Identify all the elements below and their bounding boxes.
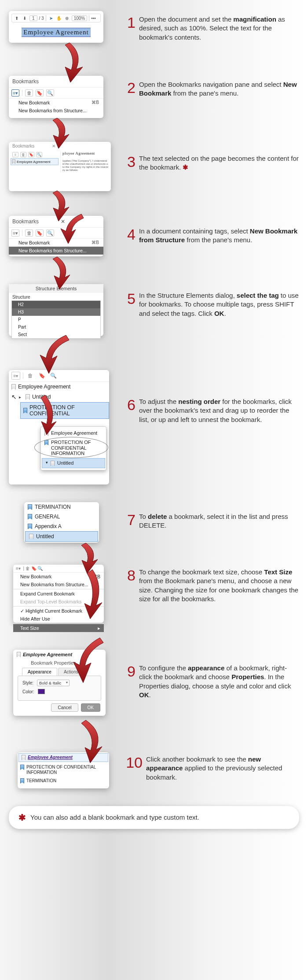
screenshot-step-3: Bookmarks ✕ ≡ 🗑 🔖 🔍 Employee Agreement p… [9,142,111,191]
bookmark-icon [23,408,27,414]
menu-new-from-structure-selected: New Bookmarks from Structure... [9,247,103,255]
search-bookmark-icon: 🔍 [46,89,54,96]
search-icon: 🔍 [49,372,58,380]
bookmark-icon [11,384,16,390]
bookmark-protection-selected: PROTECTION OF CONFIDENTIAL [20,402,109,419]
menu-new-from-structure: New Bookmarks from Structure... [9,107,103,115]
selected-text: Employee Agreement [22,28,90,37]
bookmark-icon [22,755,26,760]
bookmark-styled: Employee Agreement [18,753,108,762]
screenshot-step-5: Structure Elements Structure H2 H3 P Par… [9,284,103,336]
tag-h2: H2 [12,301,100,308]
bookmark-selected: Untitled [25,531,98,542]
color-swatch [38,689,45,694]
menu-text-size-selected: Text Size▸ [13,624,104,632]
page-number: 1 [29,15,37,21]
bookmark-icon [51,461,55,466]
step-2: 2 Open the Bookmarks navigation pane and… [123,80,299,98]
bookmarks-toolbar: ≡▾ 🗑 🔖 🔍 [9,88,103,99]
document-preview: ployee Agreement upplies ("the Company")… [61,150,111,173]
bookmark-icon [28,514,32,520]
step-9: 9 To configure the appearance of a bookm… [123,664,299,699]
pdf-toolbar: ⬆ ⬇ 1 / 3 ➤ ✋ ⊕ 100% ••• [11,14,101,22]
search-bookmark-icon: 🔍 [46,229,54,237]
trash-icon: 🗑 [25,89,33,96]
screenshot-step-2: Bookmarks ≡▾ 🗑 🔖 🔍 New Bookmark⌘B New Bo… [9,76,103,118]
page-up-icon: ⬆ [14,15,20,21]
screenshot-step-7: TERMINATION GENERAL Appendix A Untitled [24,502,99,543]
bookmarks-toolbar: ≡▾ | 🗑 🔖 🔍 [13,565,104,573]
new-bookmark-icon: 🔖 [37,372,46,380]
trash-icon: 🗑 [20,152,26,157]
bookmark-employee-agreement: Employee Agreement [9,382,109,392]
bookmarks-toolbar: ≡▾ 🗑 🔖 🔍 [9,370,109,382]
menu-new-bookmark: New Bookmark⌘B [9,239,103,247]
more-icon: ••• [91,16,96,21]
style-label: Style: [22,680,33,685]
tab-appearance: Appearance [22,668,57,676]
screenshot-step-4: Bookmarks ✕ ≡▾ 🗑 🔖 🔍 New Bookmark⌘B New … [9,216,103,256]
menu-highlight-current: Highlight Current Bookmark [13,607,104,615]
tag-h3: H3 [12,308,100,316]
step-10: 10 Click another bookmark to see the new… [123,755,299,782]
page-total: / 3 [39,16,44,21]
arrow-5-to-6 [33,334,77,376]
menu-icon: ≡▾ [11,372,20,380]
cancel-button: Cancel [51,703,78,712]
new-bookmark-icon: 🔖 [36,229,44,237]
dialog-title: Structure Elements [9,284,103,293]
step-3: 3 The text selected on the page becomes … [123,154,299,172]
tag-sect: Sect [12,331,100,338]
menu-new-bookmark: New Bookmark⌘B [13,573,104,581]
screenshot-step-10: Employee Agreement PROTECTION OF CONFIDE… [18,752,109,788]
zoom-icon: ⊕ [64,15,70,21]
tag-part: Part [12,323,100,331]
bookmark-icon [28,524,32,529]
menu-expand-top: Expand Top-Level Bookmarks [13,598,104,606]
bookmarks-toolbar: ≡▾ 🗑 🔖 🔍 [9,228,103,239]
structure-label: Structure [9,293,103,300]
bookmarks-toolbar: ≡ 🗑 🔖 🔍 [11,151,59,158]
menu-new-bookmark: New Bookmark⌘B [9,99,103,107]
screenshot-step-9: Employee Agreement Bookmark Properties A… [13,650,106,716]
tag-p: P [12,316,100,323]
bookmark-item: Employee Agreement [11,158,59,165]
reorder-popup: Employee Agreement PROTECTION OF CONFIDE… [40,426,106,470]
bookmark-icon [26,394,30,400]
menu-icon: ≡▾ [11,89,19,96]
close-icon: ✕ [52,144,55,148]
tab-actions: Actions [58,668,84,676]
step-8: 8 To change the bookmark text size, choo… [123,568,299,603]
screenshot-step-6: ≡▾ 🗑 🔖 🔍 Employee Agreement ↖ ▸ Untitled… [9,370,109,484]
bookmarks-title: Bookmarks [12,218,39,225]
style-select: Bold & Italic [37,680,70,686]
step-1: 1 Open the document and set the magnific… [123,15,299,42]
bookmark-icon [20,778,24,784]
close-icon: ✕ [61,218,65,225]
trash-icon: 🗑 [26,372,35,380]
bookmark-icon [44,440,48,445]
dialog-title: Bookmark Properties [13,659,106,668]
bookmarks-title: Bookmarks [12,144,34,148]
ok-button: OK [81,703,100,712]
color-label: Color: [22,689,34,694]
bookmark-icon [20,765,24,770]
footnote: ✱You can also add a blank bookmark and t… [9,806,299,829]
new-bookmark-icon: 🔖 [36,89,44,96]
bookmark-icon [44,431,48,436]
new-bookmark-icon: 🔖 [28,152,34,157]
menu-expand-current: Expand Current Bookmark [13,590,104,598]
bookmark-icon [28,504,32,510]
page-down-icon: ⬇ [22,15,28,21]
step-6: 6 To adjust the nesting order for the bo… [123,397,299,424]
bookmark-untitled: ↖ ▸ Untitled [9,392,109,402]
bookmarks-title: Bookmarks [9,76,103,88]
zoom-level: 100% [72,15,88,21]
selected-bookmark: Employee Agreement [23,652,72,657]
step-5: 5 In the Structure Elements dialog, sele… [123,291,299,318]
menu-new-from-structure: New Bookmarks from Structure... [13,581,104,588]
hand-icon: ✋ [56,15,62,21]
bookmark-icon [12,159,15,164]
step-7: 7 To delete a bookmark, select it in the… [123,512,299,530]
screenshot-step-8: ≡▾ | 🗑 🔖 🔍 New Bookmark⌘B New Bookmarks … [13,565,104,623]
